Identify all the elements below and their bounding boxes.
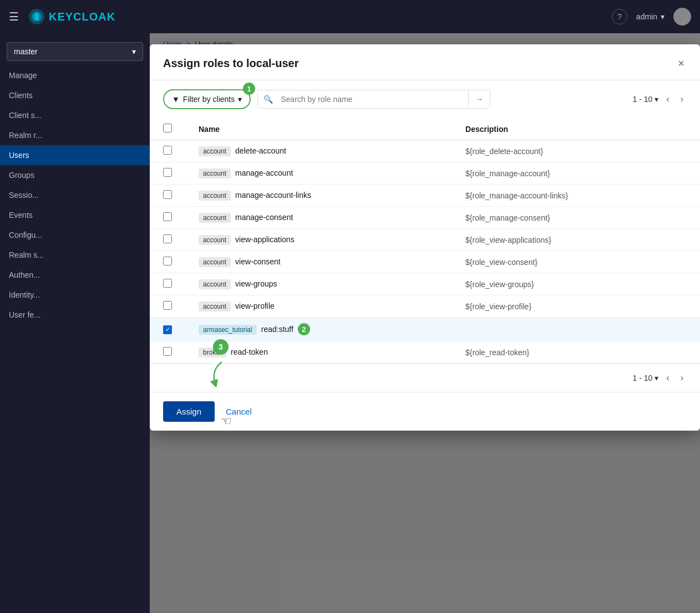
role-description: ${role_view-profile} — [465, 302, 531, 311]
page-range-top[interactable]: 1 - 10 ▾ — [633, 95, 659, 104]
row-checkbox[interactable] — [163, 146, 172, 155]
roles-tbody: accountdelete-account${role_delete-accou… — [150, 140, 700, 364]
modal-overlay: Assign roles to local-user × ▼ Filter by… — [150, 33, 700, 613]
role-name: view-applications — [235, 235, 295, 244]
role-description: ${role_view-groups} — [465, 280, 534, 289]
roles-table: Name Description accountdelete-account${… — [150, 118, 700, 364]
avatar[interactable] — [673, 8, 691, 25]
sidebar-item-realm-settings[interactable]: Realm s... — [0, 245, 150, 265]
sidebar-item-authentication[interactable]: Authen... — [0, 265, 150, 285]
table-row: accountview-consent${role_view-consent} — [150, 251, 700, 273]
sidebar-item-user-federation[interactable]: User fe... — [0, 305, 150, 325]
table-row: ✓armasec_tutorialread:stuff2 — [150, 318, 700, 341]
roles-table-container: Name Description accountdelete-account${… — [150, 118, 700, 364]
role-description: ${role_manage-consent} — [465, 213, 550, 222]
search-arrow-button[interactable]: → — [468, 90, 490, 108]
row-checkbox[interactable] — [163, 257, 172, 265]
logo: KEYCLOAK — [28, 8, 115, 25]
logo-text: KEYCLOAK — [49, 11, 115, 23]
client-badge: account — [199, 302, 231, 311]
row-checkbox[interactable] — [163, 168, 172, 177]
table-header-row: Name Description — [150, 118, 700, 140]
row-checkbox[interactable] — [163, 301, 172, 310]
row-checkbox[interactable] — [163, 279, 172, 288]
sidebar-item-events[interactable]: Events — [0, 205, 150, 225]
role-name: read:stuff — [261, 325, 293, 334]
row-checkbox[interactable] — [163, 347, 172, 356]
top-pagination: 1 - 10 ▾ ‹ › — [633, 92, 687, 106]
role-description: ${role_view-applications} — [465, 236, 551, 244]
col-name-header: Name — [185, 118, 452, 140]
modal-toolbar: ▼ Filter by clients ▾ 1 🔍 → 1 - 10 ▾ — [150, 80, 700, 118]
help-icon[interactable]: ? — [612, 9, 627, 24]
client-badge: account — [199, 279, 231, 289]
user-menu[interactable]: admin ▾ — [636, 12, 665, 21]
role-name: manage-account — [235, 168, 293, 177]
role-description: ${role_view-consent} — [465, 258, 537, 267]
table-row: accountview-profile${role_view-profile} — [150, 295, 700, 318]
sidebar-item-users[interactable]: Users — [0, 145, 150, 165]
prev-page-button-top[interactable]: ‹ — [663, 92, 672, 106]
hamburger-icon[interactable]: ☰ — [9, 10, 19, 23]
table-row: accountmanage-account${role_manage-accou… — [150, 162, 700, 185]
sidebar-item-clients[interactable]: Clients — [0, 85, 150, 105]
table-row: accountmanage-consent${role_manage-conse… — [150, 207, 700, 229]
sidebar-item-groups[interactable]: Groups — [0, 165, 150, 185]
search-input[interactable] — [278, 90, 468, 108]
next-page-button-bottom[interactable]: › — [677, 371, 687, 385]
assign-button[interactable]: Assign — [163, 401, 215, 422]
navbar: ☰ KEYCLOAK ? admin ▾ — [0, 0, 700, 33]
sidebar-item-manage[interactable]: Manage — [0, 65, 150, 85]
col-description-header: Description — [452, 118, 700, 140]
select-all-checkbox[interactable] — [163, 124, 172, 132]
sidebar-item-realm-roles[interactable]: Realm r... — [0, 125, 150, 145]
client-badge: account — [199, 191, 231, 201]
page-range-bottom[interactable]: 1 - 10 ▾ — [633, 374, 659, 382]
client-badge: account — [199, 168, 231, 178]
cursor-icon: ☜ — [221, 414, 232, 428]
bottom-pagination: 1 - 10 ▾ ‹ › — [150, 364, 700, 392]
navbar-right: ? admin ▾ — [612, 8, 691, 25]
content-area: Users > User details local-user Enabled … — [150, 33, 700, 613]
role-description: ${role_manage-account-links} — [465, 191, 568, 200]
realm-chevron-icon: ▾ — [132, 47, 136, 56]
role-name: read-token — [231, 348, 268, 356]
client-badge: account — [199, 257, 231, 267]
client-badge: account — [199, 146, 231, 156]
main-layout: master ▾ Manage Clients Client s... Real… — [0, 33, 700, 613]
modal-header: Assign roles to local-user × — [150, 44, 700, 80]
page-range-bottom-chevron-icon: ▾ — [655, 374, 658, 382]
role-description: ${role_manage-account} — [465, 169, 550, 178]
table-row: accountview-applications${role_view-appl… — [150, 229, 700, 251]
sidebar: master ▾ Manage Clients Client s... Real… — [0, 33, 150, 613]
sidebar-item-configure[interactable]: Configu... — [0, 225, 150, 245]
step1-badge: 1 — [243, 83, 255, 95]
filter-label: Filter by clients — [183, 95, 235, 104]
keycloak-logo-icon — [28, 8, 45, 25]
page-range-chevron-icon: ▾ — [655, 95, 658, 104]
prev-page-button-bottom[interactable]: ‹ — [663, 371, 672, 385]
realm-name: master — [14, 47, 38, 56]
realm-select[interactable]: master ▾ — [7, 42, 143, 61]
role-name: view-consent — [235, 257, 281, 266]
step3-arrow-svg — [205, 359, 227, 387]
row-checkbox[interactable] — [163, 234, 172, 243]
sidebar-item-sessions[interactable]: Sessio... — [0, 185, 150, 205]
sidebar-item-identity-providers[interactable]: Identity... — [0, 285, 150, 305]
row-checkbox[interactable] — [163, 212, 172, 221]
modal-footer: 3 Assign Cancel ☜ — [150, 392, 700, 431]
sidebar-item-client-scopes[interactable]: Client s... — [0, 105, 150, 125]
modal-title: Assign roles to local-user — [163, 57, 299, 70]
col-checkbox-header — [150, 118, 185, 140]
step3-badge: 3 — [213, 339, 229, 355]
assign-roles-modal: Assign roles to local-user × ▼ Filter by… — [150, 44, 700, 431]
row-checkbox-checked[interactable]: ✓ — [163, 325, 172, 334]
next-page-button-top[interactable]: › — [677, 92, 687, 106]
table-row: accountmanage-account-links${role_manage… — [150, 185, 700, 207]
row-checkbox[interactable] — [163, 190, 172, 199]
modal-close-button[interactable]: × — [676, 55, 687, 71]
search-container: 🔍 → — [257, 90, 490, 109]
filter-icon: ▼ — [172, 95, 180, 104]
role-name: manage-account-links — [235, 191, 311, 200]
filter-by-clients-button[interactable]: ▼ Filter by clients ▾ 1 — [163, 89, 251, 109]
